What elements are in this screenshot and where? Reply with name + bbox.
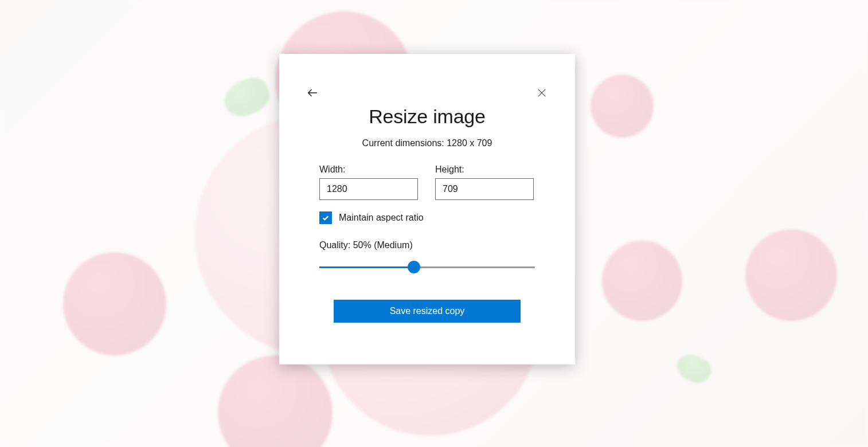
quality-label: Quality: 50% (Medium) (319, 240, 535, 250)
close-icon (537, 88, 547, 98)
slider-fill (319, 266, 414, 268)
checkmark-icon (322, 214, 330, 222)
dialog-title: Resize image (279, 105, 575, 128)
back-button[interactable] (301, 81, 324, 104)
height-field-group: Height: (435, 164, 534, 200)
width-field-group: Width: (319, 164, 418, 200)
quality-section: Quality: 50% (Medium) (319, 240, 535, 275)
quality-slider[interactable] (319, 261, 535, 275)
aspect-ratio-label: Maintain aspect ratio (339, 213, 424, 223)
aspect-ratio-row: Maintain aspect ratio (319, 211, 535, 224)
resize-image-dialog: Resize image Current dimensions: 1280 x … (279, 54, 575, 364)
slider-thumb[interactable] (408, 261, 420, 273)
close-button[interactable] (530, 81, 553, 104)
save-resized-copy-button[interactable]: Save resized copy (334, 300, 521, 323)
height-label: Height: (435, 164, 534, 175)
resize-form: Width: Height: Maintain aspect ratio Qua… (279, 164, 575, 323)
aspect-ratio-checkbox[interactable] (319, 211, 332, 224)
dialog-header (279, 54, 575, 100)
dimensions-row: Width: Height: (319, 164, 535, 200)
width-label: Width: (319, 164, 418, 175)
height-input[interactable] (435, 178, 534, 200)
arrow-left-icon (306, 87, 319, 99)
current-dimensions-text: Current dimensions: 1280 x 709 (279, 138, 575, 148)
width-input[interactable] (319, 178, 418, 200)
